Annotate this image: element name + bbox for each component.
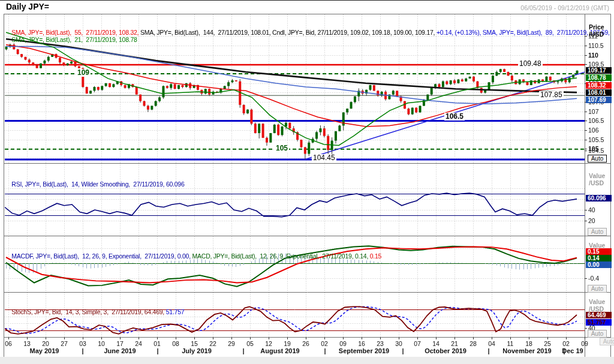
month-label: | <box>242 347 244 354</box>
month-label: | <box>487 347 489 354</box>
day-label: 19 <box>284 340 291 347</box>
day-label: 06 <box>5 340 12 347</box>
month-label: July 2019 <box>182 347 212 354</box>
day-label: 28 <box>469 340 477 347</box>
trading-chart-window: Daily JPY= 06/05/2019 - 09/12/2019 (GMT)… <box>0 0 614 364</box>
month-label: May 2019 <box>30 347 59 354</box>
month-label: | <box>82 347 83 354</box>
chart-canvas <box>0 1 614 364</box>
day-label: 11 <box>507 340 514 347</box>
rsi-auto-button[interactable]: Auto <box>588 228 607 236</box>
day-label: 14 <box>432 340 440 347</box>
main-auto-button[interactable]: Auto <box>588 155 607 163</box>
day-label: 27 <box>61 340 68 347</box>
day-label: 09 <box>581 340 588 347</box>
day-label: 18 <box>525 340 532 347</box>
day-label: 02 <box>562 340 570 347</box>
day-label: 05 <box>246 340 254 347</box>
month-label: | <box>324 347 326 354</box>
day-label: 13 <box>23 340 31 347</box>
day-label: 12 <box>265 340 272 347</box>
month-label: November 2019 <box>502 347 551 354</box>
day-label: 29 <box>228 340 235 347</box>
day-label: 17 <box>116 340 124 347</box>
day-label: 25 <box>544 340 551 347</box>
day-label: 20 <box>42 340 49 347</box>
day-label: 02 <box>321 340 328 347</box>
stoch-auto-button[interactable]: Auto <box>588 330 607 338</box>
window-bottom-strip <box>0 357 614 364</box>
date-range-label: 06/05/2019 - 09/12/2019 (GMT) <box>520 4 609 11</box>
month-label: September 2019 <box>339 347 389 354</box>
day-label: 04 <box>488 340 495 347</box>
day-label: 10 <box>98 340 105 347</box>
day-label: 08 <box>172 340 179 347</box>
day-label: 26 <box>302 340 309 347</box>
month-label: | <box>402 347 404 354</box>
day-label: 15 <box>191 340 198 347</box>
macd-auto-button[interactable]: Auto <box>588 285 607 293</box>
page-title: Daily JPY= <box>6 2 49 11</box>
day-label: 21 <box>451 340 458 347</box>
day-label: 22 <box>209 340 216 347</box>
x-axis-day-labels: 0613202703101724010815222905121926020916… <box>0 340 614 347</box>
day-label: 07 <box>414 340 421 347</box>
month-label: Dec 19 <box>562 347 583 354</box>
xaxis-auto-button[interactable]: Auto <box>600 338 614 345</box>
month-label: October 2019 <box>425 347 466 354</box>
x-axis-month-labels: May 2019|June 2019|July 2019|August 2019… <box>0 347 614 354</box>
day-label: 03 <box>79 340 86 347</box>
month-label: August 2019 <box>260 347 299 354</box>
month-label: June 2019 <box>104 347 136 354</box>
day-label: 01 <box>154 340 161 347</box>
day-label: 16 <box>358 340 365 347</box>
day-label: 09 <box>339 340 347 347</box>
day-label: 24 <box>135 340 142 347</box>
month-label: | <box>156 347 158 354</box>
day-label: 23 <box>377 340 384 347</box>
day-label: 30 <box>395 340 402 347</box>
